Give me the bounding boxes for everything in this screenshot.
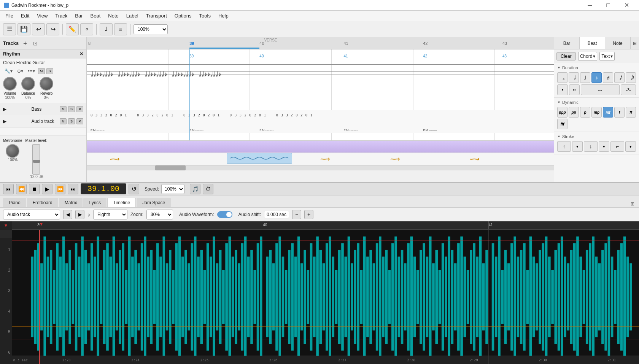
scroll-thumb[interactable] — [155, 165, 186, 170]
redo-button[interactable]: ↪ — [46, 23, 59, 35]
stroke-bracket-button[interactable]: ⌐ — [610, 141, 624, 152]
audio-collapse-icon[interactable]: ▶ — [3, 119, 30, 124]
quarter-note-btn[interactable]: ♩ — [580, 72, 590, 83]
triplet-button[interactable]: -3- — [621, 84, 636, 95]
fast-forward-button[interactable]: ⏩ — [55, 184, 65, 194]
pp-button[interactable]: pp — [569, 107, 579, 118]
more-button[interactable]: •••▾ — [26, 68, 37, 75]
reverb-knob[interactable] — [40, 77, 53, 91]
stroke-up-dropdown[interactable]: ▾ — [572, 141, 583, 152]
chord-dropdown[interactable]: Chord ▾ — [578, 52, 598, 61]
mute-button[interactable]: M — [38, 68, 45, 74]
select-tool-button[interactable]: ⌖ — [80, 23, 93, 35]
tab-lyrics[interactable]: Lyrics — [83, 198, 106, 207]
speed-select[interactable]: 100% 75% 50% — [161, 184, 184, 194]
rewind-button[interactable]: ⏪ — [16, 184, 27, 194]
half-note-btn[interactable]: 𝅗𝅥 — [569, 72, 579, 83]
thirtysecond-note-btn[interactable]: 𝅘𝅥𝅯 — [614, 72, 625, 83]
maximize-button[interactable]: □ — [599, 0, 617, 11]
track-select[interactable]: Audio track — [3, 210, 60, 219]
menu-options[interactable]: Options — [171, 11, 196, 20]
ff-button[interactable]: ff — [626, 107, 636, 118]
stroke-down-button[interactable]: ↓ — [584, 141, 598, 152]
tab-fretboard[interactable]: Fretboard — [27, 198, 58, 207]
tab-bar[interactable]: Bar — [554, 37, 580, 49]
zoom-select-tl[interactable]: 30% — [146, 210, 173, 219]
f-button[interactable]: f — [614, 107, 625, 118]
skip-end-button[interactable]: ⏭ — [68, 184, 78, 194]
menu-file[interactable]: File — [2, 11, 17, 20]
loop-button[interactable]: ↺ — [129, 184, 139, 194]
shift-decrease-button[interactable]: − — [292, 210, 301, 219]
audio-solo-button[interactable]: S — [68, 118, 75, 124]
menu-bar[interactable]: Bar — [71, 11, 86, 20]
menu-transport[interactable]: Transport — [142, 11, 171, 20]
menu-beat[interactable]: Beat — [87, 11, 105, 20]
p-button[interactable]: p — [580, 107, 590, 118]
fit-view-button[interactable]: ⊡ — [32, 40, 39, 47]
tab-piano[interactable]: Piano — [3, 198, 26, 207]
clear-button[interactable]: Clear — [556, 52, 576, 60]
close-button[interactable]: ✕ — [618, 0, 635, 11]
fader-handle[interactable] — [33, 160, 40, 163]
save-button[interactable]: 💾 — [17, 23, 30, 35]
rhythm-close-icon[interactable]: ✕ — [79, 51, 83, 57]
menu-view[interactable]: View — [33, 11, 51, 20]
solo-button[interactable]: S — [46, 68, 53, 74]
panel-expand-icon[interactable]: ⊞ — [631, 37, 639, 49]
zoom-select[interactable]: 100% 75% 50% — [134, 24, 168, 34]
minimize-button[interactable]: ─ — [581, 0, 599, 11]
score-view-button[interactable]: ♩ — [100, 23, 113, 35]
play-button[interactable]: ▶ — [42, 184, 52, 194]
text-dropdown[interactable]: Text ▾ — [599, 52, 615, 61]
whole-note-btn[interactable]: 𝅝 — [557, 72, 567, 83]
bass-mute-button[interactable]: M — [60, 106, 67, 112]
master-fader[interactable] — [32, 144, 40, 175]
bass-close-button[interactable]: ✕ — [76, 106, 83, 112]
tie-button[interactable]: ⌢ — [581, 84, 620, 95]
tab-note[interactable]: Note — [605, 37, 631, 49]
metronome-knob[interactable] — [6, 144, 19, 158]
skip-start-button[interactable]: ⏮ — [3, 184, 14, 194]
audio-clip-selected[interactable] — [227, 153, 292, 164]
eighth-note-btn[interactable]: ♪ — [591, 72, 602, 83]
menu-label[interactable]: Label — [122, 11, 142, 20]
stop-button[interactable]: ⏹ — [29, 184, 40, 194]
rhythm-header[interactable]: Rhythm ✕ — [0, 49, 86, 59]
balance-knob[interactable] — [21, 77, 35, 91]
stroke-down-dropdown[interactable]: ▾ — [599, 141, 609, 152]
menu-icon-button[interactable]: ☰ — [3, 23, 16, 35]
scroll-track[interactable] — [87, 165, 554, 170]
waveform-toggle[interactable] — [217, 211, 232, 218]
ppp-button[interactable]: ppp — [557, 107, 567, 118]
menu-edit[interactable]: Edit — [17, 11, 33, 20]
waveform-svg-area[interactable]: m : sec 2:23 2:24 2:25 2:26 2:27 2:28 2:… — [12, 230, 639, 364]
double-dot-button[interactable]: •• — [569, 84, 580, 95]
dot-button[interactable]: • — [557, 84, 568, 95]
audio-close-button[interactable]: ✕ — [76, 118, 83, 124]
note-type-select[interactable]: Eighth — [93, 210, 127, 219]
menu-note[interactable]: Note — [104, 11, 122, 20]
undo-button[interactable]: ↩ — [32, 23, 45, 35]
horizontal-scrollbar[interactable] — [87, 165, 554, 170]
prev-nav-button[interactable]: ◀ — [63, 210, 72, 219]
edit-tool-button[interactable]: ✏️ — [66, 23, 79, 35]
sixteenth-note-btn[interactable]: ♬ — [603, 72, 613, 83]
tab-jamspace[interactable]: Jam Space — [137, 198, 171, 207]
tab-view-button[interactable]: ≡ — [114, 23, 127, 35]
fx-button[interactable]: ⊙▾ — [16, 68, 25, 75]
menu-help[interactable]: Help — [215, 11, 232, 20]
mf-button[interactable]: mf — [603, 107, 613, 118]
menu-tools[interactable]: Tools — [196, 11, 215, 20]
audio-mute-button[interactable]: M — [60, 118, 67, 124]
metronome-button[interactable]: 🎵 — [190, 184, 200, 194]
fff-button[interactable]: fff — [557, 119, 567, 129]
stroke-bracket-dropdown[interactable]: ▾ — [625, 141, 636, 152]
menu-track[interactable]: Track — [51, 11, 71, 20]
volume-knob[interactable] — [3, 77, 17, 91]
next-nav-button[interactable]: ▶ — [75, 210, 84, 219]
bottom-panel-expand-icon[interactable]: ⊞ — [629, 200, 636, 207]
tool-select[interactable]: 🔧▾ — [3, 68, 14, 75]
stroke-up-button[interactable]: ↑ — [557, 141, 571, 152]
bass-collapse-icon[interactable]: ▶ — [3, 106, 30, 112]
